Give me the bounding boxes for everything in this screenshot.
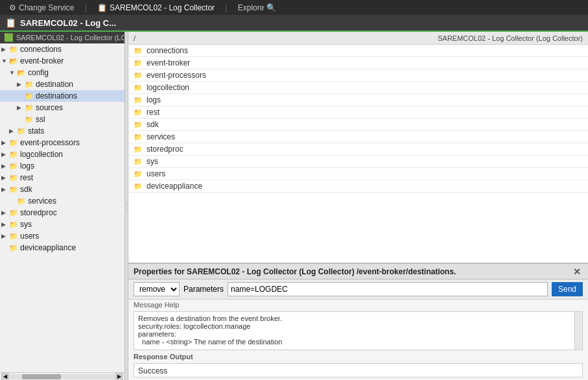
file-icon: 📁 [134,47,143,55]
file-row-event-broker[interactable]: 📁 event-broker [128,57,588,69]
label-destination: destination [36,80,73,89]
sidebar-item-logcollection[interactable]: ▶ 📁 logcollection [0,148,124,160]
label-logcollection: logcollection [20,150,63,159]
sidebar-wrapper: 🟩 SAREMCOL02 - Log Collector (LOG_COLLE.… [0,32,124,380]
toggle-sys: ▶ [1,221,8,228]
properties-title-text: Properties for SAREMCOL02 - Log Collecto… [134,267,456,276]
hscroll-thumb[interactable] [22,374,61,379]
label-ssl: ssl [36,115,45,124]
file-label-event-processors: event-processors [147,71,206,80]
sidebar-item-deviceappliance[interactable]: 📁 deviceappliance [0,242,124,254]
log-collector-tab[interactable]: 📋 SAREMCOL02 - Log Collector [93,0,218,15]
separator-2: | [225,3,228,13]
hscroll-right-btn[interactable]: ▶ [115,373,123,381]
sidebar-item-connections[interactable]: ▶ 📁 connections [0,43,124,55]
breadcrumb-bar: / SAREMCOL02 - Log Collector (Log Collec… [128,32,588,45]
right-panel: / SAREMCOL02 - Log Collector (Log Collec… [128,32,588,380]
file-label-rest: rest [147,108,159,117]
send-button[interactable]: Send [552,282,583,296]
properties-title-bar: Properties for SAREMCOL02 - Log Collecto… [128,264,588,279]
sidebar-item-rest[interactable]: ▶ 📁 rest [0,172,124,184]
sidebar-item-logs[interactable]: ▶ 📁 logs [0,160,124,172]
file-icon: 📁 [134,121,143,129]
help-scrollbar[interactable] [574,312,582,350]
file-label-deviceappliance: deviceappliance [147,182,202,191]
label-sources: sources [36,103,63,112]
file-row-logs[interactable]: 📁 logs [128,94,588,106]
label-connections: connections [20,45,62,54]
toggle-stats: ▶ [9,128,16,134]
file-row-logcollection[interactable]: 📁 logcollection [128,82,588,94]
file-label-sdk: sdk [147,120,159,129]
toggle-config: ▼ [9,69,16,76]
file-row-connections[interactable]: 📁 connections [128,45,588,57]
file-row-deviceappliance[interactable]: 📁 deviceappliance [128,180,588,193]
folder-icon: 📁 [9,174,18,182]
label-event-broker: event-broker [20,56,64,65]
label-storedproc: storedproc [20,208,57,217]
label-event-processors: event-processors [20,138,80,147]
parameters-label: Parameters [183,285,224,294]
sidebar-item-storedproc[interactable]: ▶ 📁 storedproc [0,207,124,219]
sidebar-breadcrumb-text: SAREMCOL02 - Log Collector (LOG_COLLE... [16,34,124,42]
file-label-logs: logs [147,95,161,104]
file-row-services[interactable]: 📁 services [128,131,588,143]
sidebar-horizontal-scrollbar[interactable]: ◀ ▶ [0,372,124,380]
sidebar-item-config[interactable]: ▼ 📂 config [0,67,124,78]
sidebar-item-sdk[interactable]: ▶ 📁 sdk [0,184,124,195]
file-row-rest[interactable]: 📁 rest [128,106,588,119]
sidebar-item-event-broker[interactable]: ▼ 📂 event-broker [0,55,124,67]
file-icon: 📁 [134,170,143,178]
file-icon: 📁 [134,133,143,141]
label-users: users [20,232,39,241]
sidebar-item-sources[interactable]: ▶ 📁 sources [0,102,124,113]
folder-icon: 📁 [9,162,18,171]
properties-panel: Properties for SAREMCOL02 - Log Collecto… [128,263,588,380]
parameters-input[interactable] [228,282,548,296]
sidebar-item-sys[interactable]: ▶ 📁 sys [0,219,124,230]
sidebar-item-event-processors[interactable]: ▶ 📁 event-processors [0,137,124,148]
toggle-storedproc: ▶ [1,209,8,216]
sidebar-item-services[interactable]: 📁 services [0,195,124,207]
toggle-sources: ▶ [17,104,23,111]
hscroll-left-btn[interactable]: ◀ [1,373,9,381]
properties-close-button[interactable]: ✕ [571,266,583,278]
explore-icon: 🔍 [266,3,276,12]
change-service-menu[interactable]: ⚙ Change Service [5,0,78,15]
label-logs: logs [20,161,34,171]
sidebar-item-ssl[interactable]: 📁 ssl [0,113,124,125]
folder-icon: 📁 [25,104,34,112]
explore-label: Explore [238,3,265,12]
folder-icon: 📁 [17,197,26,206]
file-row-sys[interactable]: 📁 sys [128,156,588,168]
file-list: 📁 connections 📁 event-broker 📁 event-pro… [128,45,588,263]
sidebar-item-stats[interactable]: ▶ 📁 stats [0,125,124,137]
message-help-text: Removes a destination from the event bro… [134,311,583,350]
file-row-sdk[interactable]: 📁 sdk [128,119,588,131]
folder-icon: 📁 [9,45,18,54]
file-icon: 📁 [134,96,143,104]
folder-icon: 📁 [9,244,18,252]
label-services: services [28,196,56,206]
action-select[interactable]: remove add list [134,282,180,296]
file-row-event-processors[interactable]: 📁 event-processors [128,69,588,82]
titlebar-title: SAREMCOL02 - Log C... [20,18,116,28]
file-row-users[interactable]: 📁 users [128,168,588,180]
folder-icon: 📁 [9,220,18,229]
sidebar-item-destinations[interactable]: 📁 destinations [0,90,124,102]
sidebar-item-destination[interactable]: ▶ 📁 destination [0,78,124,90]
label-stats: stats [28,126,44,136]
file-label-logcollection: logcollection [147,83,189,92]
folder-icon: 📁 [9,209,18,217]
label-rest: rest [20,173,33,182]
file-icon: 📁 [134,108,143,117]
explore-menu[interactable]: Explore 🔍 [234,0,281,15]
folder-icon: 📁 [9,150,18,159]
label-sys: sys [20,220,32,229]
message-help-content: Removes a destination from the event bro… [138,315,282,346]
file-label-event-broker: event-broker [147,58,190,67]
file-label-connections: connections [147,46,188,55]
file-row-storedproc[interactable]: 📁 storedproc [128,143,588,156]
sidebar-item-users[interactable]: ▶ 📁 users [0,230,124,242]
folder-icon: 📁 [9,232,18,241]
